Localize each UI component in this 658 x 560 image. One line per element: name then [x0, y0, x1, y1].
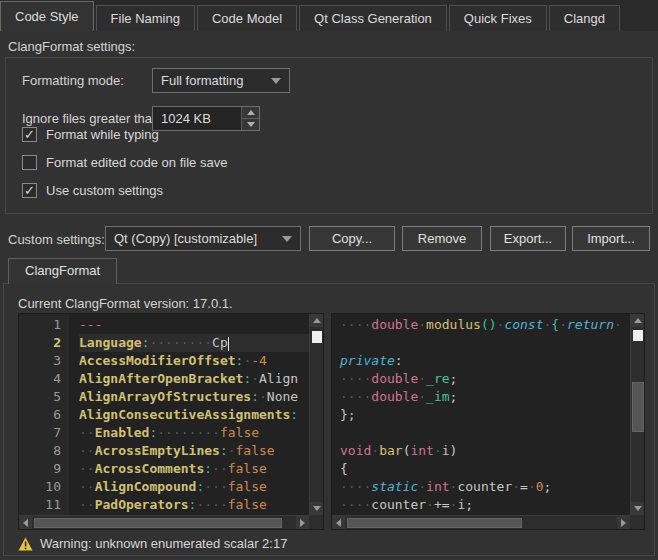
scroll-right-icon[interactable] — [296, 516, 309, 530]
line-number: 6 — [19, 406, 61, 424]
tab-clangformat[interactable]: ClangFormat — [8, 258, 117, 284]
vertical-scrollbar[interactable] — [309, 314, 323, 515]
line-number: 11 — [19, 496, 61, 514]
code-line: void·bar(int·i) — [340, 442, 630, 460]
scroll-left-icon[interactable] — [332, 516, 345, 530]
warning-text: Warning: unknown enumerated scalar 2:17 — [40, 536, 287, 551]
tab-code-model[interactable]: Code Model — [197, 5, 297, 31]
line-number: 10 — [19, 478, 61, 496]
copy-button[interactable]: Copy... — [309, 226, 395, 251]
scrollbar-thumb[interactable] — [34, 518, 282, 528]
formatting-mode-combo[interactable]: Full formatting — [152, 68, 290, 93]
line-number: 2 — [19, 334, 61, 352]
line-number: 4 — [19, 370, 61, 388]
tab-quick-fixes[interactable]: Quick Fixes — [449, 5, 547, 31]
scrollbar-thumb[interactable] — [312, 331, 322, 343]
tab-file-naming[interactable]: File Naming — [96, 5, 195, 31]
line-number-gutter: 1234567891011 — [19, 314, 69, 515]
formatting-mode-value: Full formatting — [161, 73, 243, 88]
code-line: ····double·_im; — [340, 388, 630, 406]
code-line: AlignAfterOpenBracket:·Align — [79, 370, 309, 388]
scroll-down-icon[interactable] — [631, 502, 645, 515]
clangformat-settings-label: ClangFormat settings: — [8, 39, 135, 54]
scrollbar-thumb[interactable] — [347, 518, 522, 528]
yaml-code-area[interactable]: ---Language:········CpAccessModifierOffs… — [69, 314, 309, 515]
spin-down-icon[interactable] — [242, 118, 259, 130]
scroll-down-icon[interactable] — [310, 502, 324, 515]
tab-clangd[interactable]: Clangd — [549, 5, 620, 31]
checkbox-list: ✓Format while typingFormat edited code o… — [22, 124, 227, 208]
scroll-left-icon[interactable] — [19, 516, 32, 530]
scrollbar-thumb[interactable] — [632, 382, 644, 432]
checkbox-use-custom-settings[interactable]: ✓Use custom settings — [22, 180, 227, 200]
cpp-preview-editor[interactable]: ····double·modulus()·const·{·return· pri… — [331, 313, 645, 530]
code-line: ····static·int·counter·=·0; — [340, 478, 630, 496]
remove-button[interactable]: Remove — [402, 226, 482, 251]
export-button[interactable]: Export... — [490, 226, 566, 251]
warning-icon — [18, 537, 33, 551]
custom-settings-label: Custom settings: — [8, 232, 105, 247]
yaml-config-editor[interactable]: 1234567891011 ---Language:········CpAcce… — [18, 313, 324, 530]
code-line: }; — [340, 406, 630, 424]
code-line: ··PadOperators:····false — [79, 496, 309, 514]
code-line: ····double·modulus()·const·{·return· — [340, 316, 630, 334]
scroll-up-icon[interactable] — [631, 314, 645, 327]
line-number: 1 — [19, 316, 61, 334]
line-number: 7 — [19, 424, 61, 442]
clangformat-settings-page: Code StyleFile NamingCode ModelQt Class … — [0, 0, 658, 560]
text-cursor — [228, 337, 230, 351]
code-line: ··AlignCompound:···false — [79, 478, 309, 496]
line-number: 9 — [19, 460, 61, 478]
checkbox-format-while-typing[interactable]: ✓Format while typing — [22, 124, 227, 144]
line-number: 3 — [19, 352, 61, 370]
spin-up-icon[interactable] — [242, 107, 259, 118]
code-line: Language:········Cp — [79, 334, 309, 352]
code-line: AlignConsecutiveAssignments: — [79, 406, 309, 424]
code-line: ····counter·+=·i; — [340, 496, 630, 514]
code-line: --- — [79, 316, 309, 334]
clangformat-version-text: Current ClangFormat version: 17.0.1. — [18, 296, 233, 311]
cpp-code-area[interactable]: ····double·modulus()·const·{·return· pri… — [332, 314, 630, 515]
chevron-down-icon — [282, 236, 292, 242]
line-number: 5 — [19, 388, 61, 406]
line-number: 8 — [19, 442, 61, 460]
scrollbar-marker — [633, 330, 643, 341]
code-line: ··AcrossEmptyLines:·false — [79, 442, 309, 460]
checkbox-label: Format edited code on file save — [46, 155, 227, 170]
checkbox-checked-icon[interactable]: ✓ — [22, 183, 37, 198]
scroll-right-icon[interactable] — [617, 516, 630, 530]
checkbox-checked-icon[interactable]: ✓ — [22, 127, 37, 142]
code-line — [340, 334, 630, 352]
custom-settings-combo[interactable]: Qt (Copy) [customizable] — [105, 226, 301, 251]
checkbox-label: Format while typing — [46, 127, 159, 142]
warning-row: Warning: unknown enumerated scalar 2:17 — [18, 536, 287, 551]
import-button[interactable]: Import... — [572, 226, 650, 251]
custom-settings-value: Qt (Copy) [customizable] — [114, 231, 257, 246]
chevron-down-icon — [271, 78, 281, 84]
formatting-mode-label: Formatting mode: — [22, 73, 124, 88]
settings-tab-bar: Code StyleFile NamingCode ModelQt Class … — [0, 0, 622, 31]
vertical-scrollbar[interactable] — [630, 314, 644, 515]
checkbox-format-edited-code-on-file-save[interactable]: Format edited code on file save — [22, 152, 227, 172]
scrollbar-corner — [630, 515, 644, 529]
checkbox-label: Use custom settings — [46, 183, 163, 198]
horizontal-scrollbar[interactable] — [332, 515, 630, 529]
code-line: AccessModifierOffset:·-4 — [79, 352, 309, 370]
code-line: ··AcrossComments:··false — [79, 460, 309, 478]
tab-code-style[interactable]: Code Style — [0, 1, 94, 31]
code-line — [340, 424, 630, 442]
checkbox-unchecked-icon[interactable] — [22, 155, 37, 170]
code-line: private: — [340, 352, 630, 370]
scroll-up-icon[interactable] — [310, 314, 324, 327]
code-line: ··Enabled:········false — [79, 424, 309, 442]
code-line: ····double·_re; — [340, 370, 630, 388]
horizontal-scrollbar[interactable] — [19, 515, 309, 529]
tab-qt-class-generation[interactable]: Qt Class Generation — [299, 5, 447, 31]
spin-buttons — [241, 107, 259, 130]
code-line: { — [340, 460, 630, 478]
scrollbar-corner — [309, 515, 323, 529]
code-line: AlignArrayOfStructures:·None — [79, 388, 309, 406]
